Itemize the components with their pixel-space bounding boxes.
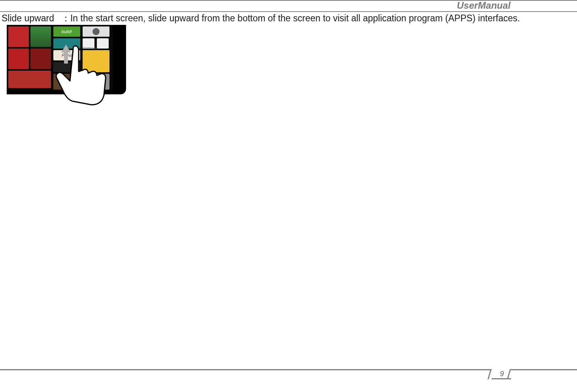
footer-ornament (488, 369, 492, 379)
hand-svg (49, 41, 124, 107)
tile-app (30, 26, 51, 47)
tile-build: build! (53, 26, 80, 37)
gesture-description: In the start screen, slide upward from t… (70, 13, 520, 23)
page-footer: 9 (0, 369, 577, 380)
tile-app (8, 49, 29, 69)
page-header: UserManual (0, 0, 577, 11)
tile-app (8, 26, 29, 47)
tile-app (30, 49, 51, 69)
hand-gesture-icon (49, 41, 124, 107)
document-title: UserManual (457, 0, 511, 11)
instruction-text: Slide upward：In the start screen, slide … (2, 12, 520, 24)
page-number: 9 (500, 370, 504, 378)
colon: ： (61, 13, 70, 23)
illustration-figure: build! Piano Alarms Treehouse (7, 25, 126, 108)
tile-app-wide (8, 71, 51, 88)
clock-icon (92, 28, 100, 35)
gesture-name: Slide upward (2, 13, 54, 23)
tile-alarms (83, 26, 109, 37)
header-underline (0, 11, 577, 12)
